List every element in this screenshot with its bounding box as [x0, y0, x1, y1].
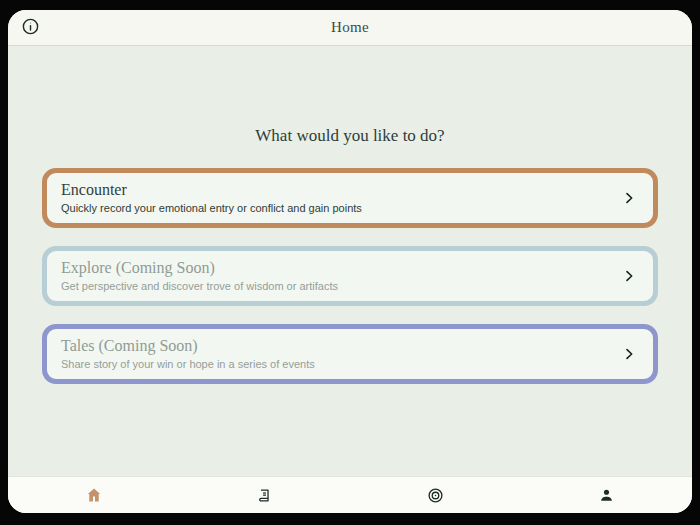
tab-journal[interactable] — [179, 477, 350, 513]
card-title: Explore (Coming Soon) — [61, 259, 609, 277]
card-subtitle: Share story of your win or hope in a ser… — [61, 358, 609, 371]
target-icon — [427, 487, 444, 504]
tab-profile[interactable] — [521, 477, 692, 513]
card-title: Tales (Coming Soon) — [61, 337, 609, 355]
prompt-heading: What would you like to do? — [8, 46, 692, 146]
card-subtitle: Get perspective and discover trove of wi… — [61, 280, 609, 293]
card-text: Tales (Coming Soon) Share story of your … — [61, 337, 609, 371]
encounter-card[interactable]: Encounter Quickly record your emotional … — [42, 168, 658, 228]
bottom-tab-bar — [8, 476, 692, 513]
chevron-right-icon — [621, 346, 637, 362]
explore-card[interactable]: Explore (Coming Soon) Get perspective an… — [42, 246, 658, 306]
chevron-right-icon — [621, 190, 637, 206]
profile-icon — [598, 487, 615, 504]
main-content: What would you like to do? Encounter Qui… — [8, 46, 692, 476]
card-subtitle: Quickly record your emotional entry or c… — [61, 202, 609, 215]
page-title: Home — [331, 19, 369, 36]
home-icon — [85, 486, 103, 504]
journal-icon — [256, 487, 273, 504]
info-icon — [21, 17, 40, 39]
tales-card[interactable]: Tales (Coming Soon) Share story of your … — [42, 324, 658, 384]
chevron-right-icon — [621, 268, 637, 284]
top-bar: Home — [8, 10, 692, 46]
app-screen: Home What would you like to do? Encounte… — [8, 10, 692, 513]
info-button[interactable] — [18, 16, 42, 40]
action-card-list: Encounter Quickly record your emotional … — [42, 168, 658, 384]
tab-target[interactable] — [350, 477, 521, 513]
card-text: Explore (Coming Soon) Get perspective an… — [61, 259, 609, 293]
card-title: Encounter — [61, 181, 609, 199]
card-text: Encounter Quickly record your emotional … — [61, 181, 609, 215]
tab-home[interactable] — [8, 477, 179, 513]
